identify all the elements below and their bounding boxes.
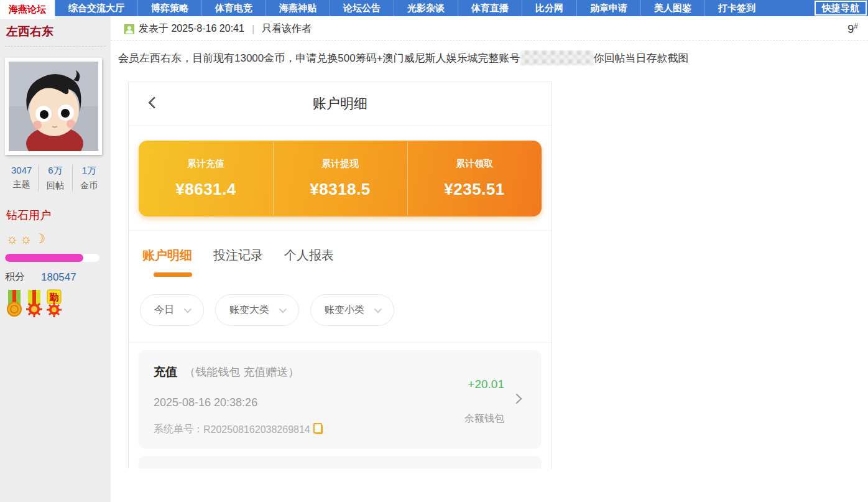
author-username[interactable]: 左西右东 (5, 21, 106, 47)
medal-badge-text: 勤 (49, 292, 59, 302)
post-text-after-blur: 你回帖当日存款截图 (594, 52, 689, 64)
score-progress-fill (5, 254, 83, 262)
filter-minor-type-label: 账变小类 (325, 304, 364, 317)
total-withdraw: 累计提现 ¥8318.5 (273, 158, 407, 199)
tabs-section: 账户明细 投注记录 个人报表 今日 账变大类 账变小类 (129, 231, 552, 343)
total-deposit-value: ¥8631.4 (139, 180, 273, 199)
member-icon (124, 24, 134, 34)
copy-icon[interactable] (315, 425, 323, 434)
score-progress-bar (5, 254, 99, 262)
tab-personal-report[interactable]: 个人报表 (284, 247, 334, 264)
total-withdraw-value: ¥8318.5 (273, 180, 407, 199)
quick-nav-button[interactable]: 快捷导航 (815, 1, 867, 16)
totals-card: 累计充值 ¥8631.4 累计提现 ¥8318.5 累计领取 ¥235.51 (139, 141, 542, 216)
record-wallet: 余额钱包 (464, 412, 504, 425)
stat-replies-value: 6万 (39, 165, 72, 177)
author-stats: 3047 主题 6万 回帖 1万 金币 (5, 165, 106, 192)
filter-date-dropdown[interactable]: 今日 (140, 294, 204, 326)
account-detail-screenshot: 账户明细 累计充值 ¥8631.4 累计提现 ¥8318.5 累计领取 ¥235… (128, 81, 552, 468)
chevron-down-icon (184, 305, 192, 314)
post-time: 发表于 2025-8-16 20:41 (139, 22, 244, 35)
chevron-down-icon (374, 305, 382, 314)
tab-account-detail[interactable]: 账户明细 (142, 247, 192, 264)
total-claimed: 累计领取 ¥235.51 (407, 158, 542, 199)
nav-item-live-sports[interactable]: 体育直播 (458, 0, 522, 16)
stat-coins-value: 1万 (73, 165, 106, 177)
record-time: 2025-08-16 20:38:26 (154, 396, 506, 409)
nav-tab-forum-home[interactable]: 海燕论坛 (0, 0, 55, 19)
medal-icon (5, 289, 24, 317)
stat-threads[interactable]: 3047 主题 (5, 165, 38, 192)
app-page-title: 账户明细 (313, 95, 367, 113)
view-author-link[interactable]: 只看该作者 (262, 22, 312, 35)
nav-item-check-in[interactable]: 打卡签到 (704, 0, 769, 16)
score-value: 180547 (41, 271, 76, 284)
filter-major-type-label: 账变大类 (229, 304, 269, 317)
total-deposit-label: 累计充值 (139, 158, 273, 170)
nav-active-label: 海燕论坛 (9, 4, 46, 16)
stat-threads-value: 3047 (5, 165, 38, 175)
app-header: 账户明细 (129, 82, 552, 126)
avatar[interactable] (5, 58, 102, 155)
nav-item-strategy[interactable]: 博弈策略 (137, 0, 201, 16)
top-nav-bar: 海燕论坛 综合交流大厅 博弈策略 体育电竞 海燕神贴 论坛公告 光影杂谈 体育直… (0, 0, 868, 16)
record-order-number: R202508162038269814 (203, 424, 310, 435)
record-order-label: 系统单号： (154, 423, 203, 436)
nav-spacer (769, 0, 813, 16)
tab-bet-records[interactable]: 投注记录 (213, 247, 263, 264)
stat-replies[interactable]: 6万 回帖 (38, 165, 72, 192)
stat-threads-label: 主题 (5, 179, 38, 190)
level-rank-icons: ☼☼☽ (5, 231, 106, 246)
post-text-before-blur: 会员左西右东，目前现有13000金币，申请兑换500筹码+澳门威尼斯人娱乐城完整… (118, 52, 520, 64)
record-amount: +20.01 (468, 378, 504, 391)
chevron-down-icon (279, 305, 287, 314)
nav-item-top-posts[interactable]: 海燕神贴 (265, 0, 330, 16)
post-header: 发表于 2025-8-16 20:41 | 只看该作者 9# (111, 16, 868, 40)
record-item-deposit-bonus[interactable]: 充值 （钱能钱包 充值赠送） 2025-08-16 20:38:26 系统单号：… (139, 350, 542, 449)
total-claimed-value: ¥235.51 (407, 180, 542, 199)
chevron-right-icon (512, 394, 522, 404)
nav-item-announcements[interactable]: 论坛公告 (330, 0, 394, 16)
censored-blur-region (520, 50, 594, 65)
author-sidebar: 左西右东 3047 主题 (0, 16, 111, 502)
nav-item-medal-apply[interactable]: 勋章申请 (576, 0, 640, 16)
active-tab-underline (154, 272, 192, 277)
filter-row: 今日 账变大类 账变小类 (140, 294, 540, 326)
header-separator: | (252, 24, 254, 35)
nav-item-esports[interactable]: 体育电竞 (201, 0, 265, 16)
stat-coins[interactable]: 1万 金币 (72, 165, 106, 192)
record-item-deposit-success[interactable]: 充值 （钱能钱包 充值成功） 2025-08-16 20:38:26 +2001… (139, 456, 542, 468)
stat-coins-label: 金币 (73, 180, 106, 192)
nav-item-lobby[interactable]: 综合交流大厅 (55, 0, 137, 16)
record-subtype: （钱能钱包 充值赠送） (184, 366, 299, 378)
nav-item-photography[interactable]: 光影杂谈 (394, 0, 458, 16)
record-type: 充值 (154, 365, 177, 378)
total-deposit: 累计充值 ¥8631.4 (139, 158, 273, 199)
nav-item-beauty-gallery[interactable]: 美人图鉴 (640, 0, 704, 16)
filter-minor-type-dropdown[interactable]: 账变小类 (310, 294, 394, 326)
total-claimed-label: 累计领取 (407, 158, 542, 170)
filter-major-type-dropdown[interactable]: 账变大类 (215, 294, 299, 326)
nav-item-scores[interactable]: 比分网 (522, 0, 576, 16)
total-withdraw-label: 累计提现 (273, 158, 407, 170)
post-body-text: 会员左西右东，目前现有13000金币，申请兑换500筹码+澳门威尼斯人娱乐城完整… (118, 50, 868, 65)
summary-section: 累计充值 ¥8631.4 累计提现 ¥8318.5 累计领取 ¥235.51 (129, 126, 552, 231)
stat-replies-label: 回帖 (39, 180, 72, 192)
user-group-label: 钻石用户 (5, 208, 106, 223)
post-content-area: 发表于 2025-8-16 20:41 | 只看该作者 9# 会员左西右东，目前… (111, 16, 868, 502)
avatar-image (9, 62, 98, 151)
back-arrow-icon[interactable] (148, 96, 160, 109)
medal-icon-diligence: 勤 (45, 289, 63, 317)
score-label: 积分 (5, 271, 25, 284)
medal-icon (25, 289, 44, 317)
floor-number: 9# (847, 22, 858, 36)
record-list: 充值 （钱能钱包 充值赠送） 2025-08-16 20:38:26 系统单号：… (129, 343, 552, 468)
filter-date-label: 今日 (154, 304, 174, 317)
